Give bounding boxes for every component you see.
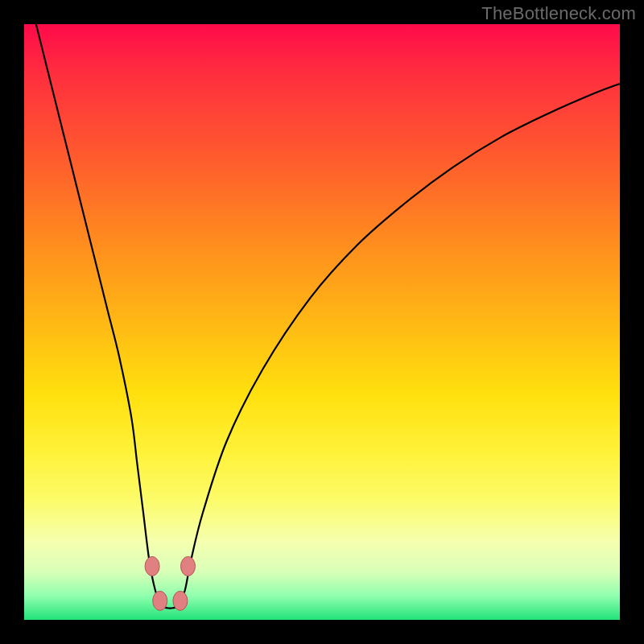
bottleneck-curve bbox=[36, 24, 620, 609]
watermark-text: TheBottleneck.com bbox=[481, 3, 636, 24]
chart-svg bbox=[24, 24, 620, 620]
curve-marker bbox=[173, 591, 188, 610]
plot-area bbox=[24, 24, 620, 620]
curve-marker bbox=[181, 556, 196, 576]
chart-frame: TheBottleneck.com bbox=[0, 0, 644, 644]
curve-marker bbox=[153, 591, 167, 610]
curve-markers bbox=[145, 556, 195, 610]
curve-marker bbox=[145, 556, 159, 576]
